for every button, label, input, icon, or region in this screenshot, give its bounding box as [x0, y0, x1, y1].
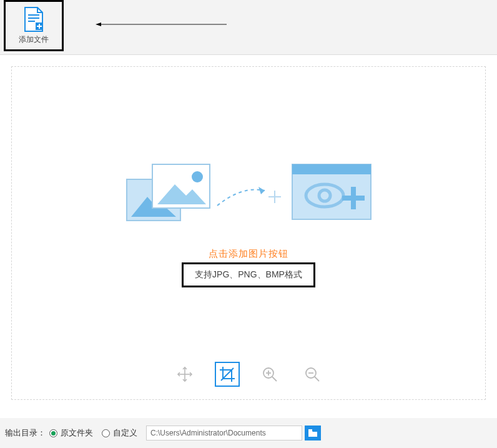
output-path-input[interactable]: C:\Users\Administrator\Documents — [146, 426, 302, 441]
footer-bar: 输出目录： 原文件夹 自定义 C:\Users\Administrator\Do… — [0, 418, 497, 448]
file-add-icon — [21, 7, 46, 32]
radio-custom-folder[interactable]: 自定义 — [102, 427, 137, 439]
svg-line-26 — [272, 377, 277, 381]
output-path-value: C:\Users\Administrator\Documents — [150, 429, 266, 437]
svg-rect-32 — [308, 429, 312, 431]
move-tool-button[interactable] — [172, 362, 197, 387]
svg-marker-7 — [96, 22, 101, 26]
svg-rect-17 — [292, 164, 371, 174]
radio-dot-icon — [49, 429, 57, 437]
drop-prompt: 点击添加图片按钮 — [209, 248, 288, 260]
zoom-out-button[interactable] — [300, 362, 325, 387]
zoom-in-button[interactable] — [257, 362, 282, 387]
svg-marker-13 — [258, 187, 265, 194]
browse-folder-button[interactable] — [305, 426, 321, 441]
drop-area[interactable]: 点击添加图片按钮 支持JPG、PNG、BMP格式 — [11, 66, 486, 400]
folder-icon — [308, 429, 318, 437]
radio-source-folder-label: 原文件夹 — [61, 427, 93, 439]
radio-custom-label: 自定义 — [113, 427, 137, 439]
zoom-out-icon — [304, 366, 320, 382]
output-dir-label: 输出目录： — [5, 427, 46, 439]
move-icon — [177, 366, 193, 382]
add-file-label: 添加文件 — [19, 34, 49, 45]
crop-icon — [219, 366, 235, 382]
canvas-toolbar — [12, 362, 485, 387]
radio-dot-icon — [102, 429, 110, 437]
supported-formats-label: 支持JPG、PNG、BMP格式 — [182, 262, 315, 287]
add-file-button[interactable]: 添加文件 — [4, 0, 64, 51]
zoom-in-icon — [262, 366, 278, 382]
add-image-illustration — [124, 161, 373, 229]
top-toolbar: 添加文件 — [0, 0, 497, 55]
svg-point-11 — [192, 171, 203, 182]
radio-source-folder[interactable]: 原文件夹 — [49, 427, 93, 439]
crop-tool-button[interactable] — [215, 362, 240, 387]
svg-line-30 — [315, 377, 319, 381]
arrow-annotation-icon — [74, 22, 248, 26]
